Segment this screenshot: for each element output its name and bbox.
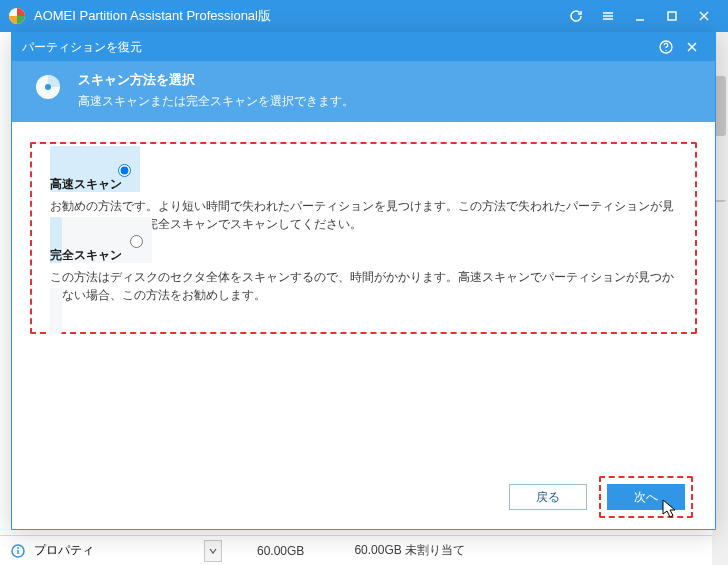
refresh-button[interactable]: [560, 0, 592, 32]
svg-rect-5: [668, 12, 676, 20]
dialog-title: パーティションを復元: [22, 39, 653, 56]
disk-size: 60.00GB: [257, 544, 304, 558]
dialog-header-subtitle: 高速スキャンまたは完全スキャンを選択できます。: [78, 93, 354, 110]
back-button[interactable]: 戻る: [509, 484, 587, 510]
disk-status: 60.00GB 未割り当て: [354, 542, 465, 559]
full-scan-title: 完全スキャン: [50, 247, 677, 264]
main-titlebar: AOMEI Partition Assistant Professional版: [0, 0, 728, 32]
scan-options-group: 高速スキャン お勧めの方法です。より短い時間で失われたパーティションを見つけます…: [30, 142, 697, 334]
full-scan-desc: この方法はディスクのセクタ全体をスキャンするので、時間がかかります。高速スキャン…: [50, 268, 677, 304]
dialog-header: スキャン方法を選択 高速スキャンまたは完全スキャンを選択できます。: [12, 61, 715, 122]
full-scan-radio[interactable]: [130, 235, 143, 248]
svg-point-10: [17, 547, 19, 549]
dialog-header-title: スキャン方法を選択: [78, 71, 354, 89]
full-scan-option[interactable]: 完全スキャン この方法はディスクのセクタ全体をスキャンするので、時間がかかります…: [50, 217, 677, 334]
maximize-button[interactable]: [656, 0, 688, 32]
properties-dropdown-toggle[interactable]: [204, 540, 222, 562]
dialog-body: 高速スキャン お勧めの方法です。より短い時間で失われたパーティションを見つけます…: [12, 122, 715, 465]
next-button-highlight: 次へ: [599, 476, 693, 518]
minimize-button[interactable]: [624, 0, 656, 32]
properties-label[interactable]: プロパティ: [34, 542, 204, 559]
disk-scan-icon: [32, 71, 64, 103]
svg-point-16: [45, 84, 51, 90]
menu-button[interactable]: [592, 0, 624, 32]
fast-scan-radio[interactable]: [118, 164, 131, 177]
dialog-footer: 戻る 次へ: [12, 465, 715, 529]
close-button[interactable]: [688, 0, 720, 32]
recover-partition-dialog: パーティションを復元 スキャン方法を選択 高速スキャンまたは完全スキャンを選択で…: [11, 32, 716, 530]
info-icon: [10, 543, 26, 559]
help-button[interactable]: [653, 33, 679, 61]
next-button[interactable]: 次へ: [607, 484, 685, 510]
svg-point-12: [665, 50, 666, 51]
fast-scan-title: 高速スキャン: [50, 176, 677, 193]
app-logo-icon: [8, 7, 26, 25]
status-disk-bar: プロパティ 60.00GB 60.00GB 未割り当て: [0, 535, 712, 565]
disk-info: 60.00GB 60.00GB 未割り当て: [257, 542, 465, 559]
dialog-close-button[interactable]: [679, 33, 705, 61]
dialog-titlebar: パーティションを復元: [12, 33, 715, 61]
main-window-title: AOMEI Partition Assistant Professional版: [34, 7, 560, 25]
